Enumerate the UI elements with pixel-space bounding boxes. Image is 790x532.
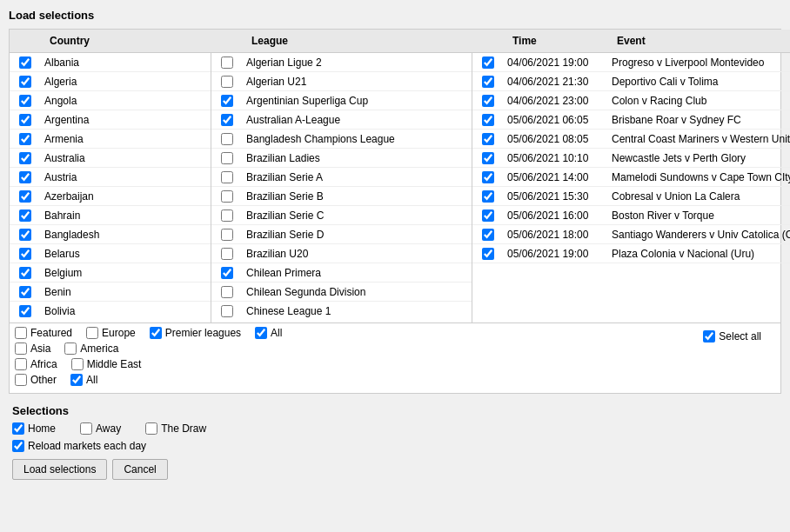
- league-check-cell[interactable]: [211, 114, 243, 126]
- league-checkbox[interactable]: [221, 114, 233, 126]
- league-checkbox[interactable]: [221, 152, 233, 164]
- league-check-cell[interactable]: [211, 229, 243, 241]
- country-check-cell[interactable]: [10, 229, 41, 241]
- country-check-cell[interactable]: [10, 76, 41, 88]
- country-checkbox[interactable]: [19, 57, 31, 69]
- country-checkbox[interactable]: [19, 76, 31, 88]
- filter-featured-checkbox[interactable]: [15, 327, 27, 339]
- filter-premier-checkbox[interactable]: [150, 327, 162, 339]
- event-check-cell[interactable]: [472, 229, 504, 241]
- filter-all-1-checkbox[interactable]: [255, 327, 267, 339]
- reload-checkbox[interactable]: [12, 440, 24, 452]
- league-list[interactable]: Algerian Ligue 2 Algerian U21 Argentinia…: [211, 53, 472, 323]
- league-check-cell[interactable]: [211, 57, 243, 69]
- event-checkbox[interactable]: [482, 209, 494, 222]
- event-check-cell[interactable]: [472, 171, 504, 183]
- league-check-cell[interactable]: [211, 171, 243, 183]
- event-checkbox[interactable]: [482, 171, 494, 183]
- filter-asia[interactable]: Asia: [15, 342, 50, 355]
- event-check-cell[interactable]: [472, 190, 504, 203]
- league-checkbox[interactable]: [221, 305, 233, 317]
- league-check-cell[interactable]: [211, 95, 243, 107]
- country-checkbox[interactable]: [19, 305, 31, 317]
- select-all[interactable]: Select all: [703, 330, 761, 342]
- filter-middle-east-checkbox[interactable]: [71, 358, 84, 370]
- country-checkbox[interactable]: [19, 152, 31, 164]
- event-checkbox[interactable]: [482, 152, 494, 164]
- league-check-cell[interactable]: [211, 305, 243, 317]
- league-checkbox[interactable]: [221, 190, 233, 203]
- filter-premier[interactable]: Premier leagues: [150, 327, 241, 339]
- country-checkbox[interactable]: [19, 114, 31, 126]
- league-checkbox[interactable]: [221, 248, 233, 260]
- filter-asia-checkbox[interactable]: [15, 342, 27, 355]
- country-check-cell[interactable]: [10, 171, 41, 183]
- filter-europe[interactable]: Europe: [86, 327, 136, 339]
- league-check-cell[interactable]: [211, 248, 243, 260]
- league-checkbox[interactable]: [221, 267, 233, 279]
- country-check-cell[interactable]: [10, 305, 41, 317]
- events-list[interactable]: 04/06/2021 19:00 Progreso v Liverpool Mo…: [472, 53, 790, 323]
- country-check-cell[interactable]: [10, 95, 41, 107]
- country-check-cell[interactable]: [10, 133, 41, 145]
- country-list[interactable]: Albania Algeria Angola Argentina Armenia: [10, 53, 211, 323]
- country-checkbox[interactable]: [19, 229, 31, 241]
- selection-draw[interactable]: The Draw: [145, 422, 206, 435]
- load-selections-button[interactable]: Load selections: [12, 459, 107, 480]
- select-all-checkbox[interactable]: [703, 330, 715, 342]
- event-check-cell[interactable]: [472, 95, 504, 107]
- league-checkbox[interactable]: [221, 286, 233, 298]
- filter-all-2-checkbox[interactable]: [70, 374, 83, 386]
- country-checkbox[interactable]: [19, 133, 31, 145]
- selection-away[interactable]: Away: [80, 422, 121, 435]
- event-check-cell[interactable]: [472, 209, 504, 222]
- event-checkbox[interactable]: [482, 190, 494, 203]
- reload-markets[interactable]: Reload markets each day: [12, 440, 146, 452]
- draw-checkbox[interactable]: [145, 422, 157, 435]
- event-check-cell[interactable]: [472, 248, 504, 260]
- league-checkbox[interactable]: [221, 133, 233, 145]
- country-checkbox[interactable]: [19, 209, 31, 222]
- country-check-cell[interactable]: [10, 248, 41, 260]
- event-checkbox[interactable]: [482, 133, 494, 145]
- league-checkbox[interactable]: [221, 95, 233, 107]
- league-check-cell[interactable]: [211, 267, 243, 279]
- country-check-cell[interactable]: [10, 152, 41, 164]
- country-check-cell[interactable]: [10, 114, 41, 126]
- event-check-cell[interactable]: [472, 114, 504, 126]
- event-checkbox[interactable]: [482, 95, 494, 107]
- event-check-cell[interactable]: [472, 152, 504, 164]
- country-check-cell[interactable]: [10, 190, 41, 203]
- league-checkbox[interactable]: [221, 57, 233, 69]
- country-checkbox[interactable]: [19, 267, 31, 279]
- league-checkbox[interactable]: [221, 76, 233, 88]
- country-checkbox[interactable]: [19, 95, 31, 107]
- country-checkbox[interactable]: [19, 286, 31, 298]
- event-checkbox[interactable]: [482, 229, 494, 241]
- filter-america-checkbox[interactable]: [64, 342, 77, 355]
- event-check-cell[interactable]: [472, 57, 504, 69]
- league-check-cell[interactable]: [211, 190, 243, 203]
- league-checkbox[interactable]: [221, 229, 233, 241]
- league-checkbox[interactable]: [221, 209, 233, 222]
- away-checkbox[interactable]: [80, 422, 92, 435]
- event-check-cell[interactable]: [472, 76, 504, 88]
- selection-home[interactable]: Home: [12, 422, 56, 435]
- filter-europe-checkbox[interactable]: [86, 327, 98, 339]
- league-checkbox[interactable]: [221, 171, 233, 183]
- filter-africa[interactable]: Africa: [15, 358, 57, 370]
- country-check-cell[interactable]: [10, 267, 41, 279]
- event-check-cell[interactable]: [472, 133, 504, 145]
- country-check-cell[interactable]: [10, 286, 41, 298]
- filter-other-checkbox[interactable]: [15, 374, 27, 386]
- event-checkbox[interactable]: [482, 248, 494, 260]
- filter-america[interactable]: America: [64, 342, 118, 355]
- league-check-cell[interactable]: [211, 209, 243, 222]
- home-checkbox[interactable]: [12, 422, 24, 435]
- event-checkbox[interactable]: [482, 114, 494, 126]
- league-check-cell[interactable]: [211, 286, 243, 298]
- country-check-cell[interactable]: [10, 209, 41, 222]
- filter-all-2[interactable]: All: [70, 374, 97, 386]
- country-check-cell[interactable]: [10, 57, 41, 69]
- country-checkbox[interactable]: [19, 190, 31, 203]
